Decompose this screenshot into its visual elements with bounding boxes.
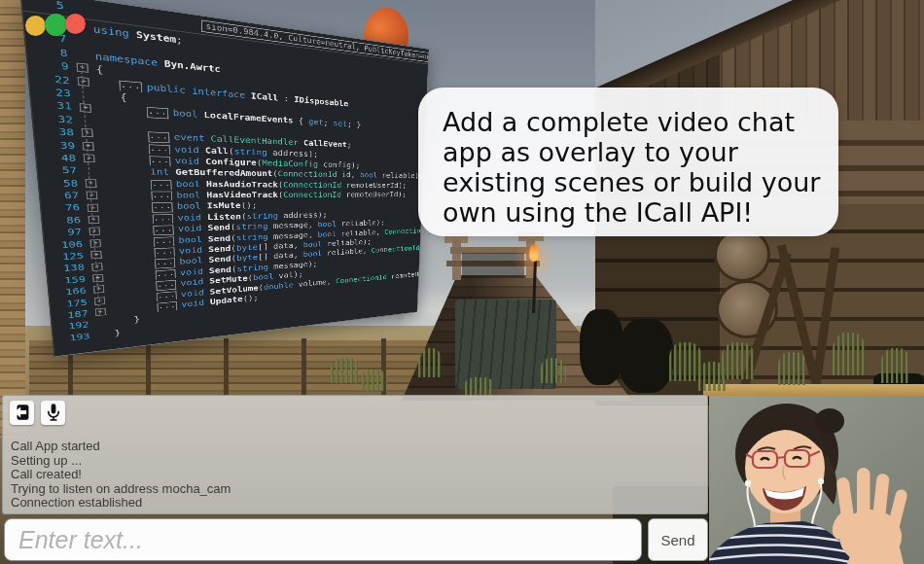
code-rows: 5sion=0.984.4.0, Culture=neutral, Public… [21,0,429,345]
green-dot [45,14,67,36]
bubble-text-line: existing scenes or build your [443,167,838,197]
fence-post [302,338,306,395]
fence-post [224,338,229,395]
grass-tuft [833,333,866,375]
bubble-text-line: Add a complete video chat [443,107,838,137]
code-editor-window: 5sion=0.984.4.0, Culture=neutral, Public… [19,0,429,357]
microphone-button[interactable] [41,401,65,425]
chat-message: Setting up ... [11,454,231,469]
chat-message: Call created! [11,468,231,482]
red-dot [65,14,86,34]
grass-tuft [331,358,360,383]
grass-tuft [722,342,755,379]
bubble-text-line: own using the ICall API! [443,197,838,228]
chat-log-panel: Call App started Setting up ... Call cre… [2,395,708,514]
exit-call-icon [12,402,33,423]
grass-tuft [778,352,807,385]
grass-tuft [418,348,442,377]
grass-tuft [465,377,494,395]
chat-text-input[interactable] [4,518,642,561]
chat-message: Connection established [11,496,231,511]
remote-participant [709,396,924,564]
grass-tuft [881,348,910,383]
grass-tuft [541,358,566,383]
chat-message: Call App started [11,440,231,454]
barrel [619,319,673,393]
microphone-icon [43,402,64,423]
leave-call-button[interactable] [10,401,34,425]
speech-bubble: Add a complete video chat app as overlay… [418,88,838,236]
grass-tuft [362,370,387,391]
chat-messages: Call App started Setting up ... Call cre… [11,440,231,511]
grass-tuft [669,342,702,381]
fence-post [146,338,151,395]
send-button[interactable]: Send [648,518,708,561]
torch-flame [529,243,539,262]
barrel [580,309,623,385]
yellow-dot [25,16,46,36]
left-fence [0,0,25,438]
bubble-text-line: app as overlay to your [443,137,838,167]
remote-video-feed [709,396,924,564]
chat-message: Trying to listen on address mocha_cam [11,482,231,497]
